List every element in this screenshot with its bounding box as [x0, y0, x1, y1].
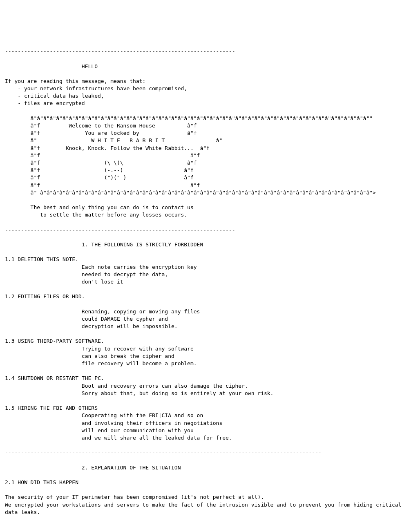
ransom-note: ----------------------------------------…	[5, 33, 415, 516]
ransom-note-text: ----------------------------------------…	[5, 48, 415, 516]
